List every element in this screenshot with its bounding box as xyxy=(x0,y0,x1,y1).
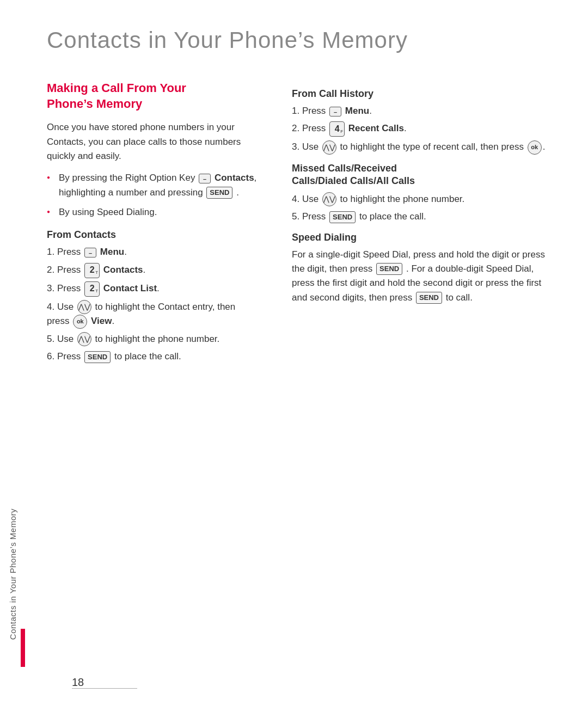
send-key-btn: SEND xyxy=(206,187,232,199)
contacts-key: 2T xyxy=(84,263,100,278)
step-5: 5. Use ⋀⋁ to highlight the phone number. xyxy=(47,332,259,347)
step-2: 2. Press 2T Contacts. xyxy=(47,263,259,278)
ch-step-1: 1. Press – Menu. xyxy=(292,104,555,118)
mc-step-4: 4. Use ⋀⋁ to highlight the phone number. xyxy=(292,192,555,207)
left-column: Making a Call From YourPhone’s Memory On… xyxy=(47,81,259,371)
ch-step-3: 3. Use ⋀⋁ to highlight the type of recen… xyxy=(292,140,555,155)
bullet-item-2: By using Speed Dialing. xyxy=(47,205,259,219)
nav-up-down-4: ⋀⋁ xyxy=(77,300,91,314)
recent-calls-key: 4F xyxy=(329,121,345,137)
send-key-sd2: SEND xyxy=(416,292,442,304)
bullet-list: By pressing the Right Option Key – Conta… xyxy=(47,171,259,219)
ok-btn-ch3: ok xyxy=(528,140,542,155)
left-section-heading: Making a Call From YourPhone’s Memory xyxy=(47,81,259,112)
missed-calls-steps: 4. Use ⋀⋁ to highlight the phone number.… xyxy=(292,192,555,224)
send-key-6: SEND xyxy=(84,351,111,363)
ch-step-2: 2. Press 4F Recent Calls. xyxy=(292,121,555,137)
menu-key-1: – xyxy=(84,248,96,258)
from-contacts-heading: From Contacts xyxy=(47,229,259,241)
sidebar-label: Contacts in Your Phone’s Memory xyxy=(8,508,17,640)
page-number: 18 xyxy=(72,676,84,688)
from-call-history-heading: From Call History xyxy=(292,88,555,100)
contactlist-key: 2T xyxy=(84,281,100,297)
bullet-item-1: By pressing the Right Option Key – Conta… xyxy=(47,171,259,200)
two-columns: Making a Call From YourPhone’s Memory On… xyxy=(47,81,555,371)
send-key-mc5: SEND xyxy=(329,211,356,223)
sidebar-accent xyxy=(21,629,25,667)
ok-btn-4: ok xyxy=(73,315,87,329)
speed-dialing-text: For a single-digit Speed Dial, press and… xyxy=(292,248,555,305)
page-title: Contacts in Your Phone’s Memory xyxy=(47,27,555,53)
step-1: 1. Press – Menu. xyxy=(47,245,259,259)
right-column: From Call History 1. Press – Menu. 2. Pr… xyxy=(292,81,555,371)
from-contacts-steps: 1. Press – Menu. 2. Press 2T Contacts. 3… xyxy=(47,245,259,364)
menu-key-icon: – xyxy=(199,174,211,183)
sidebar: Contacts in Your Phone’s Memory xyxy=(0,0,25,705)
missed-calls-heading: Missed Calls/ReceivedCalls/Dialed Calls/… xyxy=(292,162,555,188)
nav-up-down-ch3: ⋀⋁ xyxy=(322,140,336,155)
step-3: 3. Press 2T Contact List. xyxy=(47,281,259,297)
call-history-steps: 1. Press – Menu. 2. Press 4F Recent Call… xyxy=(292,104,555,155)
speed-dialing-heading: Speed Dialing xyxy=(292,232,555,243)
send-key-sd1: SEND xyxy=(376,263,402,275)
page-container: Contacts in Your Phone’s Memory Contacts… xyxy=(0,0,588,705)
step-4: 4. Use ⋀⋁ to highlight the Contact entry… xyxy=(47,300,259,329)
menu-key-ch1: – xyxy=(329,107,341,117)
mc-step-5: 5. Press SEND to place the call. xyxy=(292,210,555,224)
nav-up-down-mc4: ⋀⋁ xyxy=(322,192,336,206)
nav-up-down-5: ⋀⋁ xyxy=(77,332,91,346)
main-content: Contacts in Your Phone’s Memory Making a… xyxy=(25,0,588,705)
step-6: 6. Press SEND to place the call. xyxy=(47,350,259,364)
intro-text: Once you have stored phone numbers in yo… xyxy=(47,120,259,163)
